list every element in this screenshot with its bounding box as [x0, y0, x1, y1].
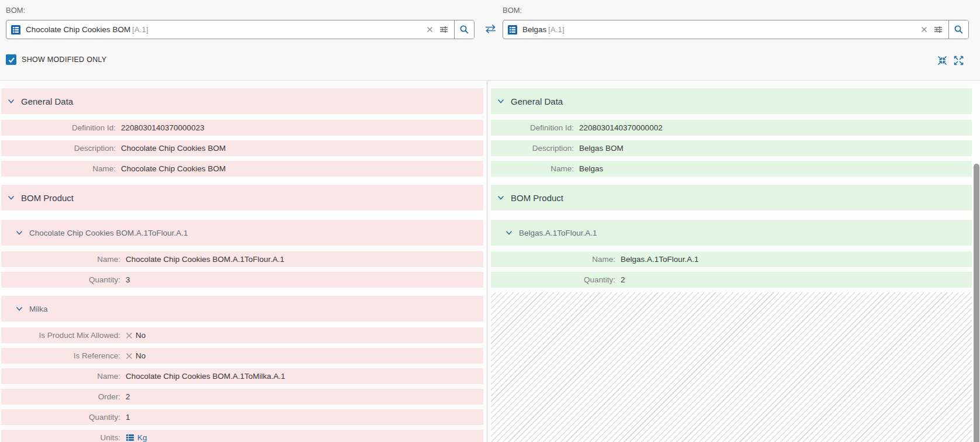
section-header[interactable]: General Data — [1, 88, 483, 114]
field-value: 2 — [126, 392, 130, 401]
x-mark-icon — [126, 332, 133, 339]
field-row: Quantity:2 — [491, 272, 972, 288]
field-value: Kg — [126, 433, 147, 442]
field-value: Chocolate Chip Cookies BOM — [121, 144, 226, 153]
section-title: General Data — [21, 96, 73, 106]
show-modified-only-checkbox[interactable]: SHOW MODIFIED ONLY — [6, 54, 106, 65]
field-row: Is Reference:No — [1, 348, 483, 364]
field-value: 2 — [621, 275, 625, 284]
list-icon — [126, 433, 134, 442]
field-row: Name:Chocolate Chip Cookies BOM — [1, 161, 483, 177]
field-row: Quantity:3 — [1, 272, 483, 288]
chevron-down-icon — [505, 229, 513, 237]
panel-divider — [487, 81, 487, 442]
field-value-text: Chocolate Chip Cookies BOM — [121, 144, 226, 153]
display-options-icon[interactable] — [439, 25, 449, 34]
field-row: Quantity:1 — [1, 409, 483, 425]
comparison-toolbar: BOM: BOM: Chocolate Chip Cookies BOM [A.… — [0, 0, 980, 81]
left-bom-value: Chocolate Chip Cookies BOM — [26, 25, 130, 34]
left-bom-label: BOM: — [6, 6, 25, 15]
field-row: Name:Belgas.A.1ToFlour.A.1 — [491, 251, 972, 267]
field-value-text: 1 — [126, 413, 130, 422]
vertical-scrollbar[interactable] — [972, 163, 980, 442]
section-title: BOM Product — [511, 193, 563, 203]
subsection-header[interactable]: Milka — [1, 296, 483, 322]
field-row: Description:Belgas BOM — [491, 140, 972, 156]
right-bom-label: BOM: — [503, 6, 522, 15]
field-label: Is Product Mix Allowed: — [1, 331, 120, 340]
field-value: No — [126, 331, 146, 340]
field-label: Quantity: — [1, 413, 120, 422]
section-header[interactable]: General Data — [491, 88, 972, 114]
section-title: Chocolate Chip Cookies BOM.A.1ToFlour.A.… — [29, 229, 188, 237]
field-label: Definition Id: — [491, 123, 574, 132]
subsection-header[interactable]: Belgas.A.1ToFlour.A.1 — [491, 220, 972, 246]
field-value-text: 2 — [126, 392, 130, 401]
no-counterpart-hatched-area — [491, 292, 972, 442]
section-title: Belgas.A.1ToFlour.A.1 — [519, 229, 597, 237]
chevron-down-icon — [7, 97, 15, 105]
field-value-text: Belgas BOM — [579, 144, 624, 153]
left-bom-input[interactable]: Chocolate Chip Cookies BOM [A.1] — [6, 20, 426, 39]
field-label: Name: — [491, 255, 615, 264]
collapse-all-icon[interactable] — [937, 56, 947, 65]
right-bom-input[interactable]: Belgas [A.1] — [503, 20, 920, 39]
clear-icon[interactable] — [920, 26, 928, 33]
field-value-text: 3 — [126, 275, 130, 284]
field-value-text: Chocolate Chip Cookies BOM.A.1ToMilka.A.… — [126, 372, 285, 381]
comparison-content: General DataDefinition Id:22080301403700… — [0, 81, 980, 442]
x-mark-icon — [126, 353, 133, 360]
left-bom-revision: [A.1] — [132, 25, 148, 34]
field-value: No — [126, 351, 146, 360]
swap-boms-icon[interactable] — [484, 24, 497, 34]
field-label: Name: — [1, 255, 120, 264]
field-value: Chocolate Chip Cookies BOM — [121, 164, 226, 173]
right-bom-selector[interactable]: Belgas [A.1] — [503, 20, 969, 39]
field-row: Definition Id:2208030140370000002 — [491, 120, 972, 136]
field-label: Name: — [1, 372, 120, 381]
right-bom-revision: [A.1] — [548, 25, 565, 34]
section-header[interactable]: BOM Product — [491, 185, 972, 210]
scrollbar-thumb[interactable] — [974, 164, 979, 442]
field-row: Definition Id:2208030140370000023 — [1, 120, 483, 136]
field-row: Name:Chocolate Chip Cookies BOM.A.1ToMil… — [1, 368, 483, 384]
section-title: General Data — [511, 96, 563, 106]
field-row: Name:Belgas — [491, 161, 972, 177]
field-value-text: Belgas.A.1ToFlour.A.1 — [621, 255, 699, 264]
chevron-down-icon — [497, 97, 505, 105]
field-value: 2208030140370000002 — [579, 123, 663, 132]
expand-all-icon[interactable] — [954, 56, 964, 65]
subsection-header[interactable]: Chocolate Chip Cookies BOM.A.1ToFlour.A.… — [1, 220, 483, 246]
clear-icon[interactable] — [426, 26, 434, 33]
field-row: Description:Chocolate Chip Cookies BOM — [1, 140, 483, 156]
field-value: 1 — [126, 413, 130, 422]
field-value-text: 2 — [621, 275, 625, 284]
bom-type-icon — [508, 25, 517, 34]
display-options-icon[interactable] — [933, 25, 943, 34]
chevron-down-icon — [15, 305, 23, 313]
section-header[interactable]: BOM Product — [1, 185, 483, 210]
field-label: Is Reference: — [1, 351, 120, 360]
field-value-text: No — [136, 351, 146, 360]
right-bom-value: Belgas — [522, 25, 546, 34]
left-compare-panel: General DataDefinition Id:22080301403700… — [1, 81, 483, 442]
field-label: Definition Id: — [1, 123, 116, 132]
bom-type-icon — [11, 25, 20, 34]
left-bom-selector[interactable]: Chocolate Chip Cookies BOM [A.1] — [6, 20, 475, 39]
left-search-button[interactable] — [454, 20, 474, 39]
field-value: Belgas BOM — [579, 144, 624, 153]
right-search-button[interactable] — [948, 20, 968, 39]
field-value-text: Kg — [137, 433, 147, 442]
field-label: Name: — [1, 164, 116, 173]
field-row: Name:Chocolate Chip Cookies BOM.A.1ToFlo… — [1, 251, 483, 267]
field-value-text: 2208030140370000023 — [121, 123, 205, 132]
section-title: BOM Product — [21, 193, 74, 203]
field-label: Order: — [1, 392, 120, 401]
chevron-down-icon — [15, 229, 23, 237]
field-value: Chocolate Chip Cookies BOM.A.1ToMilka.A.… — [126, 372, 285, 381]
field-value-text: Chocolate Chip Cookies BOM.A.1ToFlour.A.… — [126, 255, 285, 264]
field-value: 3 — [126, 275, 130, 284]
field-value: Chocolate Chip Cookies BOM.A.1ToFlour.A.… — [126, 255, 285, 264]
checkbox-check-icon — [6, 54, 16, 65]
field-value-text: Belgas — [579, 164, 603, 173]
